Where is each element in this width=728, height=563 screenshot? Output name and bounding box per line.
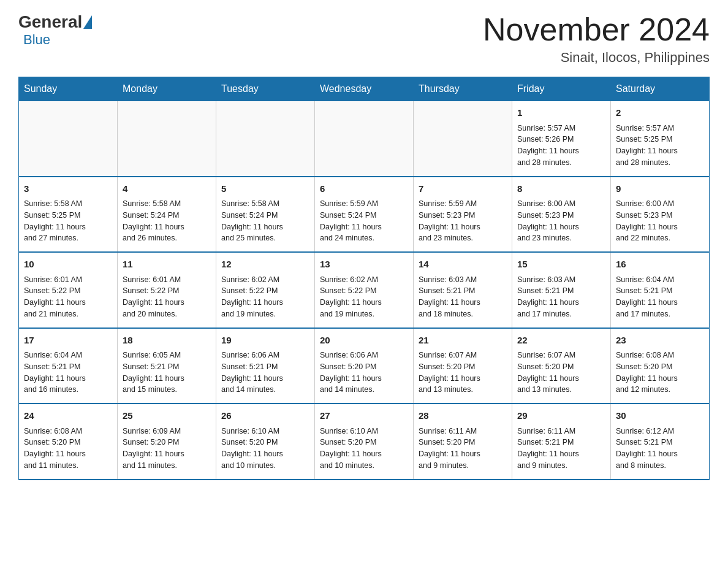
day-info: Sunrise: 5:57 AM Sunset: 5:26 PM Dayligh… (517, 123, 605, 169)
calendar-day (315, 101, 414, 177)
calendar-header-wednesday: Wednesday (315, 77, 414, 101)
page-header: General Blue November 2024 Sinait, Iloco… (18, 12, 710, 66)
day-info: Sunrise: 6:10 AM Sunset: 5:20 PM Dayligh… (221, 426, 309, 472)
calendar-day: 30Sunrise: 6:12 AM Sunset: 5:21 PM Dayli… (611, 404, 710, 480)
day-number: 30 (616, 409, 704, 423)
calendar-day: 21Sunrise: 6:07 AM Sunset: 5:20 PM Dayli… (414, 328, 512, 404)
day-number: 11 (123, 258, 211, 272)
logo-general-text: General (18, 12, 82, 32)
day-number: 9 (616, 182, 704, 196)
day-number: 4 (123, 182, 211, 196)
calendar-day: 5Sunrise: 5:58 AM Sunset: 5:24 PM Daylig… (216, 177, 315, 253)
day-info: Sunrise: 6:00 AM Sunset: 5:23 PM Dayligh… (616, 198, 704, 244)
day-number: 3 (24, 182, 112, 196)
calendar-day: 11Sunrise: 6:01 AM Sunset: 5:22 PM Dayli… (118, 252, 216, 328)
calendar-day: 17Sunrise: 6:04 AM Sunset: 5:21 PM Dayli… (19, 328, 118, 404)
calendar-day: 13Sunrise: 6:02 AM Sunset: 5:22 PM Dayli… (315, 252, 414, 328)
calendar-header-sunday: Sunday (19, 77, 118, 101)
calendar-header-saturday: Saturday (611, 77, 710, 101)
calendar-day: 16Sunrise: 6:04 AM Sunset: 5:21 PM Dayli… (611, 252, 710, 328)
day-number: 2 (616, 106, 704, 120)
day-number: 6 (320, 182, 408, 196)
calendar-day: 10Sunrise: 6:01 AM Sunset: 5:22 PM Dayli… (19, 252, 118, 328)
day-info: Sunrise: 6:08 AM Sunset: 5:20 PM Dayligh… (616, 350, 704, 396)
calendar-day: 20Sunrise: 6:06 AM Sunset: 5:20 PM Dayli… (315, 328, 414, 404)
calendar-day: 4Sunrise: 5:58 AM Sunset: 5:24 PM Daylig… (118, 177, 216, 253)
day-info: Sunrise: 6:08 AM Sunset: 5:20 PM Dayligh… (24, 426, 112, 472)
day-number: 21 (419, 334, 507, 348)
day-info: Sunrise: 6:11 AM Sunset: 5:20 PM Dayligh… (419, 426, 507, 472)
calendar-day (19, 101, 118, 177)
day-number: 19 (221, 334, 309, 348)
day-number: 7 (419, 182, 507, 196)
calendar-day: 22Sunrise: 6:07 AM Sunset: 5:20 PM Dayli… (512, 328, 611, 404)
calendar-header-monday: Monday (118, 77, 216, 101)
calendar-day: 26Sunrise: 6:10 AM Sunset: 5:20 PM Dayli… (216, 404, 315, 480)
day-info: Sunrise: 6:01 AM Sunset: 5:22 PM Dayligh… (24, 274, 112, 320)
title-block: November 2024 Sinait, Ilocos, Philippine… (483, 12, 710, 66)
logo: General Blue (18, 12, 93, 48)
logo-triangle-icon (83, 15, 92, 29)
calendar-day: 27Sunrise: 6:10 AM Sunset: 5:20 PM Dayli… (315, 404, 414, 480)
calendar-day: 24Sunrise: 6:08 AM Sunset: 5:20 PM Dayli… (19, 404, 118, 480)
day-info: Sunrise: 6:06 AM Sunset: 5:21 PM Dayligh… (221, 350, 309, 396)
calendar-day: 3Sunrise: 5:58 AM Sunset: 5:25 PM Daylig… (19, 177, 118, 253)
day-info: Sunrise: 6:02 AM Sunset: 5:22 PM Dayligh… (221, 274, 309, 320)
day-number: 12 (221, 258, 309, 272)
day-info: Sunrise: 6:10 AM Sunset: 5:20 PM Dayligh… (320, 426, 408, 472)
day-number: 1 (517, 106, 605, 120)
day-number: 14 (419, 258, 507, 272)
day-number: 28 (419, 409, 507, 423)
day-number: 10 (24, 258, 112, 272)
day-info: Sunrise: 5:58 AM Sunset: 5:25 PM Dayligh… (24, 198, 112, 244)
calendar-day: 12Sunrise: 6:02 AM Sunset: 5:22 PM Dayli… (216, 252, 315, 328)
day-number: 8 (517, 182, 605, 196)
calendar-day: 9Sunrise: 6:00 AM Sunset: 5:23 PM Daylig… (611, 177, 710, 253)
calendar-day (414, 101, 512, 177)
day-info: Sunrise: 5:58 AM Sunset: 5:24 PM Dayligh… (123, 198, 211, 244)
day-info: Sunrise: 6:03 AM Sunset: 5:21 PM Dayligh… (517, 274, 605, 320)
day-number: 23 (616, 334, 704, 348)
calendar-day: 7Sunrise: 5:59 AM Sunset: 5:23 PM Daylig… (414, 177, 512, 253)
calendar-table: SundayMondayTuesdayWednesdayThursdayFrid… (18, 77, 710, 480)
calendar-day: 1Sunrise: 5:57 AM Sunset: 5:26 PM Daylig… (512, 101, 611, 177)
calendar-day: 23Sunrise: 6:08 AM Sunset: 5:20 PM Dayli… (611, 328, 710, 404)
day-info: Sunrise: 5:57 AM Sunset: 5:25 PM Dayligh… (616, 123, 704, 169)
day-number: 27 (320, 409, 408, 423)
day-number: 18 (123, 334, 211, 348)
calendar-day: 28Sunrise: 6:11 AM Sunset: 5:20 PM Dayli… (414, 404, 512, 480)
day-info: Sunrise: 6:05 AM Sunset: 5:21 PM Dayligh… (123, 350, 211, 396)
calendar-day: 19Sunrise: 6:06 AM Sunset: 5:21 PM Dayli… (216, 328, 315, 404)
calendar-day: 25Sunrise: 6:09 AM Sunset: 5:20 PM Dayli… (118, 404, 216, 480)
day-number: 22 (517, 334, 605, 348)
calendar-week-4: 17Sunrise: 6:04 AM Sunset: 5:21 PM Dayli… (19, 328, 710, 404)
day-number: 29 (517, 409, 605, 423)
calendar-header-row: SundayMondayTuesdayWednesdayThursdayFrid… (19, 77, 710, 101)
day-info: Sunrise: 6:04 AM Sunset: 5:21 PM Dayligh… (24, 350, 112, 396)
calendar-day: 2Sunrise: 5:57 AM Sunset: 5:25 PM Daylig… (611, 101, 710, 177)
day-info: Sunrise: 6:11 AM Sunset: 5:21 PM Dayligh… (517, 426, 605, 472)
day-info: Sunrise: 6:04 AM Sunset: 5:21 PM Dayligh… (616, 274, 704, 320)
day-number: 17 (24, 334, 112, 348)
day-number: 13 (320, 258, 408, 272)
month-title: November 2024 (483, 12, 710, 47)
day-info: Sunrise: 6:03 AM Sunset: 5:21 PM Dayligh… (419, 274, 507, 320)
calendar-week-1: 1Sunrise: 5:57 AM Sunset: 5:26 PM Daylig… (19, 101, 710, 177)
day-info: Sunrise: 6:12 AM Sunset: 5:21 PM Dayligh… (616, 426, 704, 472)
day-info: Sunrise: 5:59 AM Sunset: 5:23 PM Dayligh… (419, 198, 507, 244)
calendar-header-friday: Friday (512, 77, 611, 101)
calendar-day (118, 101, 216, 177)
calendar-week-2: 3Sunrise: 5:58 AM Sunset: 5:25 PM Daylig… (19, 177, 710, 253)
day-number: 26 (221, 409, 309, 423)
day-info: Sunrise: 6:02 AM Sunset: 5:22 PM Dayligh… (320, 274, 408, 320)
day-number: 15 (517, 258, 605, 272)
day-number: 20 (320, 334, 408, 348)
calendar-day (216, 101, 315, 177)
day-number: 25 (123, 409, 211, 423)
calendar-week-3: 10Sunrise: 6:01 AM Sunset: 5:22 PM Dayli… (19, 252, 710, 328)
day-info: Sunrise: 6:07 AM Sunset: 5:20 PM Dayligh… (419, 350, 507, 396)
day-info: Sunrise: 6:01 AM Sunset: 5:22 PM Dayligh… (123, 274, 211, 320)
calendar-day: 18Sunrise: 6:05 AM Sunset: 5:21 PM Dayli… (118, 328, 216, 404)
day-info: Sunrise: 6:06 AM Sunset: 5:20 PM Dayligh… (320, 350, 408, 396)
calendar-day: 15Sunrise: 6:03 AM Sunset: 5:21 PM Dayli… (512, 252, 611, 328)
